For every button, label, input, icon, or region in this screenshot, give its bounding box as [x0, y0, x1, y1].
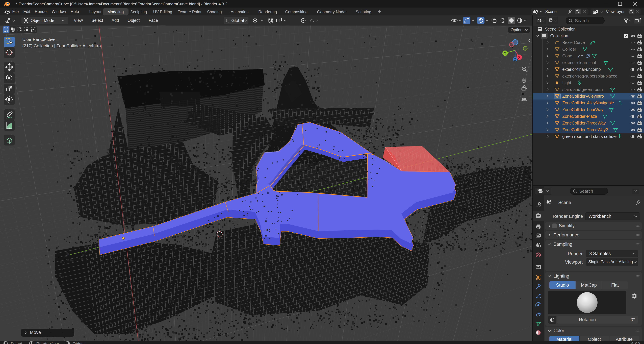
- svg-text:Z: Z: [514, 58, 516, 61]
- svg-text:X: X: [518, 55, 520, 60]
- svg-text:Y: Y: [504, 51, 506, 56]
